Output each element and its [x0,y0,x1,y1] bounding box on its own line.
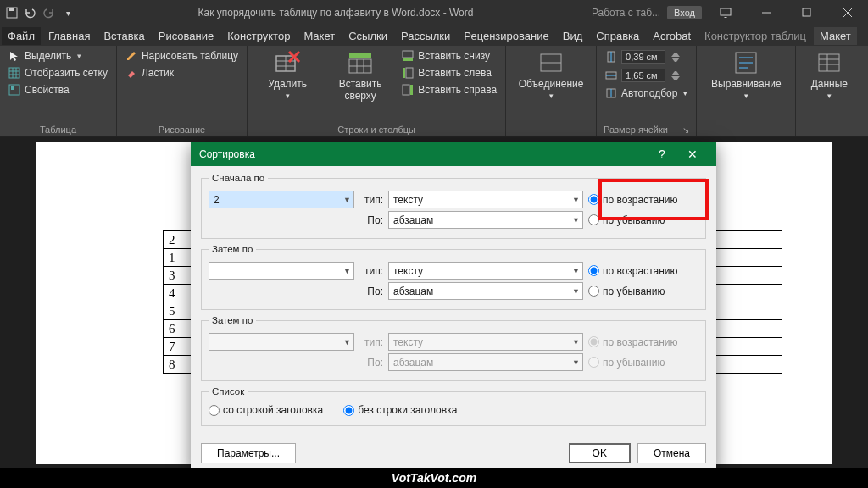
dialog-launcher-icon[interactable]: ↘ [682,125,689,135]
ok-button[interactable]: OK [569,443,631,463]
sortby-type-combo[interactable]: тексту▼ [388,191,583,208]
maximize-icon[interactable] [790,1,824,25]
group-table-label: Таблица [7,121,109,135]
thenby1-using-combo[interactable]: абзацам▼ [388,282,583,300]
options-button[interactable]: Параметры... [201,443,296,463]
tab-design[interactable]: Конструктор [221,27,296,45]
no-header-label: без строки заголовка [358,404,457,416]
save-icon[interactable] [5,6,19,19]
svg-rect-47 [819,54,839,71]
context-tab-group-label: Работа с таб... [592,7,660,19]
tab-draw[interactable]: Рисование [153,27,220,45]
close-dialog-icon[interactable]: ✕ [677,142,708,166]
desc-label-1: по убыванию [603,214,665,226]
tab-review[interactable]: Рецензирование [458,27,554,45]
no-header-radio[interactable]: без строки заголовка [343,404,457,416]
undo-icon[interactable] [24,6,37,19]
thenby2-column-combo: ▼ [209,333,354,351]
pencil-icon [125,50,137,62]
sortby-type-value: тексту [393,194,423,206]
thenby2-desc-radio: по убыванию [588,357,665,369]
tab-layout[interactable]: Макет [298,27,341,45]
width-value[interactable]: 1,65 см [621,69,665,82]
tab-insert[interactable]: Вставка [97,27,150,45]
sortby-asc-radio[interactable]: по возрастанию [588,194,678,206]
height-icon [605,51,617,63]
thenby2-using-value: абзацам [393,357,433,369]
close-icon[interactable] [831,1,865,25]
sortby-using-combo[interactable]: абзацам▼ [388,211,583,229]
group-draw-label: Рисование [124,121,240,135]
group-data: Данные▾ [796,46,862,136]
qat-dropdown-icon[interactable]: ▾ [61,6,75,19]
tab-acrobat[interactable]: Acrobat [647,27,697,45]
svg-rect-25 [349,53,371,58]
thenby1-using-value: абзацам [393,286,433,297]
thenby1-desc-radio[interactable]: по убыванию [588,286,665,297]
group-cell-size: 0,39 см 1,65 см Автоподбор▾ Размер ячейк… [597,46,697,136]
svg-rect-4 [803,8,810,16]
tab-help[interactable]: Справка [590,27,645,45]
data-button[interactable]: Данные▾ [803,49,855,100]
asc-label-1: по возрастанию [603,194,678,206]
sortby-column-combo[interactable]: 2▼ [209,191,354,208]
cancel-button[interactable]: Отмена [637,443,706,463]
tab-table-design[interactable]: Конструктор таблиц [698,27,812,45]
sign-in-button[interactable]: Вход [667,6,702,19]
tab-mailings[interactable]: Рассылки [395,27,456,45]
tab-file[interactable]: Файл [2,27,41,45]
height-value[interactable]: 0,39 см [621,50,665,64]
width-icon [605,69,617,81]
col-width[interactable]: 1,65 см [604,68,689,83]
dialog-titlebar[interactable]: Сортировка ? ✕ [191,142,716,166]
tell-me[interactable]: Помощн [860,30,868,42]
sortby-desc-radio[interactable]: по убыванию [588,214,665,226]
insert-left-label: Вставить слева [418,67,492,79]
merge-label: Объединение [519,78,584,90]
alignment-icon [732,49,760,76]
watermark: VotTakVot.com [0,468,868,488]
group-merge: Объединение▾ [506,46,597,136]
svg-rect-32 [403,68,405,78]
delete-button[interactable]: Удалить▾ [254,49,320,100]
gridlines-button[interactable]: Отобразить сетку [7,66,109,80]
thenby1-asc-radio[interactable]: по возрастанию [588,265,678,277]
group-data-label [803,131,855,135]
asc-label-3: по возрастанию [603,336,678,348]
insert-right-button[interactable]: Вставить справа [400,83,498,97]
alignment-button[interactable]: Выравнивание▾ [704,49,788,100]
select-button[interactable]: Выделить▾ [7,49,109,63]
svg-rect-1 [9,8,14,11]
thenby2-type-combo: тексту▼ [388,333,583,351]
thenby1-column-combo[interactable]: ▼ [209,262,354,280]
autofit-icon [605,87,617,99]
insert-above-button[interactable]: Вставить сверху [327,49,393,102]
insert-below-icon [402,50,414,62]
insert-right-icon [402,84,414,96]
alignment-label: Выравнивание [711,78,782,90]
redo-icon[interactable] [42,6,56,19]
autofit-button[interactable]: Автоподбор▾ [604,86,689,100]
ribbon-options-icon[interactable] [709,1,743,25]
row-height[interactable]: 0,39 см [604,49,689,64]
tab-home[interactable]: Главная [42,27,96,45]
eraser-button[interactable]: Ластик [124,66,240,80]
with-header-radio[interactable]: со строкой заголовка [209,404,323,416]
insert-above-icon [347,49,374,76]
thenby-group-1: Затем по ▼ тип: тексту▼ по возрастанию П… [201,244,706,310]
insert-left-button[interactable]: Вставить слева [400,66,498,80]
insert-below-button[interactable]: Вставить снизу [400,49,498,63]
minimize-icon[interactable] [749,1,783,25]
tab-references[interactable]: Ссылки [342,27,393,45]
help-icon[interactable]: ? [647,142,677,166]
tab-view[interactable]: Вид [557,27,589,45]
dialog-title: Сортировка [199,148,255,160]
thenby1-type-combo[interactable]: тексту▼ [388,262,583,280]
draw-table-button[interactable]: Нарисовать таблицу [124,49,240,63]
desc-label-2: по убыванию [603,286,665,297]
data-icon [815,49,843,76]
merge-button[interactable]: Объединение▾ [513,49,589,100]
properties-button[interactable]: Свойства [7,83,109,97]
asc-label-2: по возрастанию [603,265,678,277]
tab-table-layout[interactable]: Макет [814,27,857,45]
